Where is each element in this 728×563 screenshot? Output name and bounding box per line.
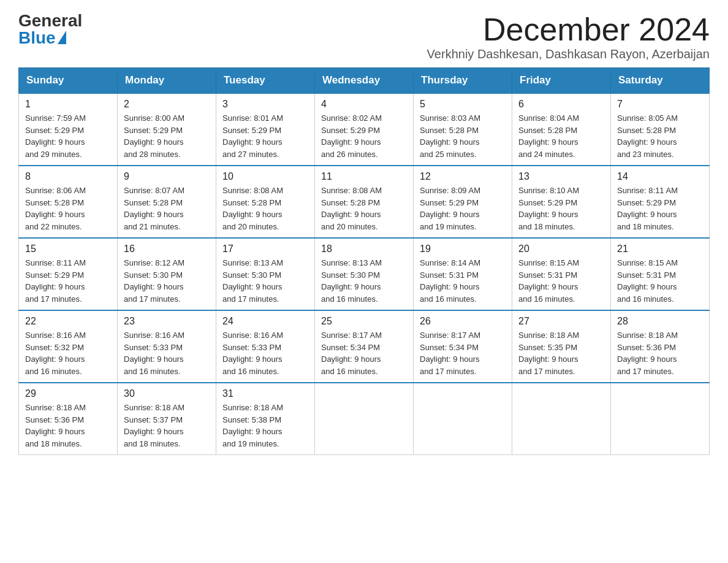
- calendar-week-row: 29Sunrise: 8:18 AMSunset: 5:36 PMDayligh…: [19, 383, 710, 455]
- logo-triangle-icon: [58, 31, 66, 44]
- day-number: 15: [25, 243, 111, 255]
- day-number: 4: [321, 99, 407, 110]
- calendar-cell: 11Sunrise: 8:08 AMSunset: 5:28 PMDayligh…: [315, 166, 414, 238]
- day-number: 14: [617, 171, 703, 182]
- calendar-cell: [611, 383, 710, 455]
- calendar-cell: [512, 383, 611, 455]
- calendar-cell: 3Sunrise: 8:01 AMSunset: 5:29 PMDaylight…: [216, 93, 315, 166]
- day-header-wednesday: Wednesday: [315, 68, 414, 94]
- day-number: 3: [222, 99, 308, 110]
- day-info: Sunrise: 8:02 AMSunset: 5:29 PMDaylight:…: [321, 112, 407, 160]
- day-header-friday: Friday: [512, 68, 611, 94]
- day-number: 31: [222, 388, 308, 399]
- day-number: 6: [518, 99, 604, 110]
- day-number: 5: [420, 99, 506, 110]
- calendar-cell: 4Sunrise: 8:02 AMSunset: 5:29 PMDaylight…: [315, 93, 414, 166]
- calendar-cell: 12Sunrise: 8:09 AMSunset: 5:29 PMDayligh…: [414, 166, 512, 238]
- calendar-cell: 26Sunrise: 8:17 AMSunset: 5:34 PMDayligh…: [414, 310, 512, 383]
- day-info: Sunrise: 7:59 AMSunset: 5:29 PMDaylight:…: [25, 112, 111, 160]
- calendar-cell: 1Sunrise: 7:59 AMSunset: 5:29 PMDaylight…: [19, 93, 118, 166]
- day-info: Sunrise: 8:13 AMSunset: 5:30 PMDaylight:…: [321, 257, 407, 305]
- day-info: Sunrise: 8:11 AMSunset: 5:29 PMDaylight:…: [617, 185, 703, 232]
- day-info: Sunrise: 8:00 AMSunset: 5:29 PMDaylight:…: [124, 112, 210, 160]
- day-number: 21: [617, 243, 703, 255]
- calendar-cell: 17Sunrise: 8:13 AMSunset: 5:30 PMDayligh…: [216, 238, 315, 310]
- day-number: 11: [321, 171, 407, 182]
- day-header-monday: Monday: [118, 68, 216, 94]
- day-info: Sunrise: 8:03 AMSunset: 5:28 PMDaylight:…: [420, 112, 506, 160]
- page-header: General Blue December 2024 Verkhniy Dash…: [18, 12, 710, 61]
- day-info: Sunrise: 8:16 AMSunset: 5:32 PMDaylight:…: [25, 329, 111, 377]
- day-info: Sunrise: 8:15 AMSunset: 5:31 PMDaylight:…: [617, 257, 703, 305]
- day-number: 10: [222, 171, 308, 182]
- day-info: Sunrise: 8:04 AMSunset: 5:28 PMDaylight:…: [518, 112, 604, 160]
- day-info: Sunrise: 8:13 AMSunset: 5:30 PMDaylight:…: [222, 257, 308, 305]
- calendar-week-row: 22Sunrise: 8:16 AMSunset: 5:32 PMDayligh…: [19, 310, 710, 383]
- day-info: Sunrise: 8:10 AMSunset: 5:29 PMDaylight:…: [518, 185, 604, 232]
- day-info: Sunrise: 8:16 AMSunset: 5:33 PMDaylight:…: [222, 329, 308, 377]
- calendar-cell: 2Sunrise: 8:00 AMSunset: 5:29 PMDaylight…: [118, 93, 216, 166]
- day-header-tuesday: Tuesday: [216, 68, 315, 94]
- day-info: Sunrise: 8:17 AMSunset: 5:34 PMDaylight:…: [321, 329, 407, 377]
- location-subtitle: Verkhniy Dashkesan, Dashkasan Rayon, Aze…: [427, 47, 710, 61]
- day-info: Sunrise: 8:11 AMSunset: 5:29 PMDaylight:…: [25, 257, 111, 305]
- calendar-cell: [414, 383, 512, 455]
- calendar-cell: 21Sunrise: 8:15 AMSunset: 5:31 PMDayligh…: [611, 238, 710, 310]
- calendar-cell: 9Sunrise: 8:07 AMSunset: 5:28 PMDaylight…: [118, 166, 216, 238]
- day-header-sunday: Sunday: [19, 68, 118, 94]
- day-info: Sunrise: 8:12 AMSunset: 5:30 PMDaylight:…: [124, 257, 210, 305]
- calendar-cell: 24Sunrise: 8:16 AMSunset: 5:33 PMDayligh…: [216, 310, 315, 383]
- day-info: Sunrise: 8:17 AMSunset: 5:34 PMDaylight:…: [420, 329, 506, 377]
- day-number: 24: [222, 316, 308, 327]
- logo: General Blue: [18, 12, 82, 47]
- day-info: Sunrise: 8:18 AMSunset: 5:38 PMDaylight:…: [222, 402, 308, 450]
- day-number: 8: [25, 171, 111, 182]
- calendar-cell: 16Sunrise: 8:12 AMSunset: 5:30 PMDayligh…: [118, 238, 216, 310]
- calendar-cell: 30Sunrise: 8:18 AMSunset: 5:37 PMDayligh…: [118, 383, 216, 455]
- logo-blue-text: Blue: [18, 29, 66, 47]
- day-info: Sunrise: 8:14 AMSunset: 5:31 PMDaylight:…: [420, 257, 506, 305]
- day-number: 28: [617, 316, 703, 327]
- day-header-saturday: Saturday: [611, 68, 710, 94]
- title-block: December 2024 Verkhniy Dashkesan, Dashka…: [427, 12, 710, 61]
- day-number: 19: [420, 243, 506, 255]
- calendar-cell: 14Sunrise: 8:11 AMSunset: 5:29 PMDayligh…: [611, 166, 710, 238]
- day-info: Sunrise: 8:06 AMSunset: 5:28 PMDaylight:…: [25, 185, 111, 232]
- calendar-week-row: 15Sunrise: 8:11 AMSunset: 5:29 PMDayligh…: [19, 238, 710, 310]
- calendar-cell: 13Sunrise: 8:10 AMSunset: 5:29 PMDayligh…: [512, 166, 611, 238]
- day-info: Sunrise: 8:08 AMSunset: 5:28 PMDaylight:…: [222, 185, 308, 232]
- day-number: 17: [222, 243, 308, 255]
- day-info: Sunrise: 8:09 AMSunset: 5:29 PMDaylight:…: [420, 185, 506, 232]
- day-number: 12: [420, 171, 506, 182]
- calendar-cell: 19Sunrise: 8:14 AMSunset: 5:31 PMDayligh…: [414, 238, 512, 310]
- day-number: 26: [420, 316, 506, 327]
- calendar-cell: 7Sunrise: 8:05 AMSunset: 5:28 PMDaylight…: [611, 93, 710, 166]
- month-year-title: December 2024: [427, 12, 710, 47]
- day-info: Sunrise: 8:16 AMSunset: 5:33 PMDaylight:…: [124, 329, 210, 377]
- calendar-table: SundayMondayTuesdayWednesdayThursdayFrid…: [18, 67, 710, 455]
- calendar-cell: 23Sunrise: 8:16 AMSunset: 5:33 PMDayligh…: [118, 310, 216, 383]
- day-info: Sunrise: 8:15 AMSunset: 5:31 PMDaylight:…: [518, 257, 604, 305]
- calendar-cell: 15Sunrise: 8:11 AMSunset: 5:29 PMDayligh…: [19, 238, 118, 310]
- calendar-cell: 10Sunrise: 8:08 AMSunset: 5:28 PMDayligh…: [216, 166, 315, 238]
- day-number: 7: [617, 99, 703, 110]
- day-number: 29: [25, 388, 111, 399]
- calendar-cell: 28Sunrise: 8:18 AMSunset: 5:36 PMDayligh…: [611, 310, 710, 383]
- calendar-cell: 20Sunrise: 8:15 AMSunset: 5:31 PMDayligh…: [512, 238, 611, 310]
- day-info: Sunrise: 8:18 AMSunset: 5:35 PMDaylight:…: [518, 329, 604, 377]
- logo-general-text: General: [18, 12, 82, 29]
- calendar-cell: 18Sunrise: 8:13 AMSunset: 5:30 PMDayligh…: [315, 238, 414, 310]
- day-number: 18: [321, 243, 407, 255]
- day-number: 23: [124, 316, 210, 327]
- calendar-cell: 27Sunrise: 8:18 AMSunset: 5:35 PMDayligh…: [512, 310, 611, 383]
- day-number: 25: [321, 316, 407, 327]
- calendar-cell: 22Sunrise: 8:16 AMSunset: 5:32 PMDayligh…: [19, 310, 118, 383]
- calendar-cell: [315, 383, 414, 455]
- day-info: Sunrise: 8:18 AMSunset: 5:36 PMDaylight:…: [617, 329, 703, 377]
- calendar-cell: 29Sunrise: 8:18 AMSunset: 5:36 PMDayligh…: [19, 383, 118, 455]
- day-info: Sunrise: 8:07 AMSunset: 5:28 PMDaylight:…: [124, 185, 210, 232]
- calendar-week-row: 1Sunrise: 7:59 AMSunset: 5:29 PMDaylight…: [19, 93, 710, 166]
- calendar-week-row: 8Sunrise: 8:06 AMSunset: 5:28 PMDaylight…: [19, 166, 710, 238]
- day-number: 20: [518, 243, 604, 255]
- calendar-header-row: SundayMondayTuesdayWednesdayThursdayFrid…: [19, 68, 710, 94]
